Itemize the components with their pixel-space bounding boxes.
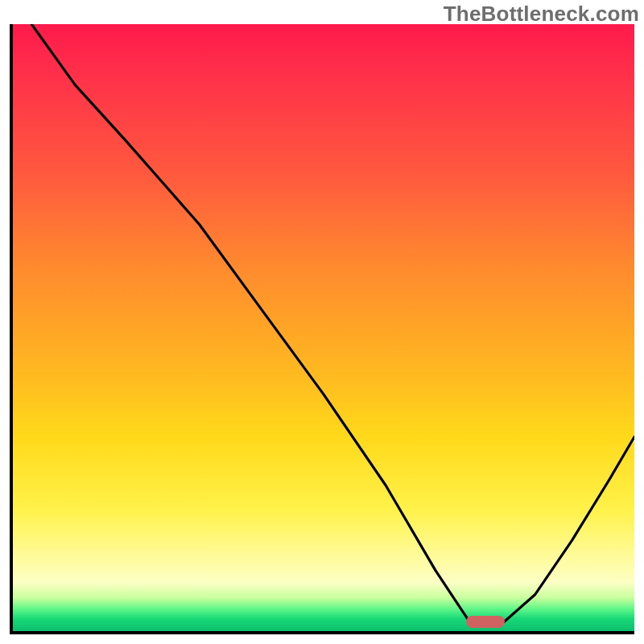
plot-area: [10, 24, 634, 634]
watermark-text: TheBottleneck.com: [444, 2, 639, 27]
chart-frame: TheBottleneck.com: [0, 0, 644, 644]
optimal-marker: [466, 616, 505, 628]
bottleneck-curve: [13, 24, 634, 631]
